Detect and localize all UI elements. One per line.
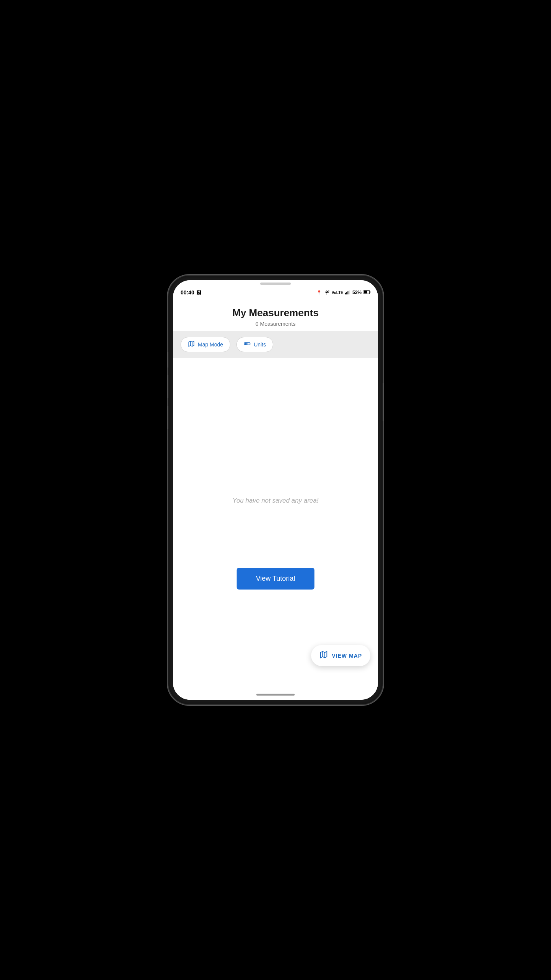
- notch-pill: [260, 283, 291, 285]
- empty-state-message: You have not saved any area!: [233, 497, 319, 505]
- image-icon: 🖼: [196, 290, 201, 296]
- svg-rect-2: [346, 292, 347, 294]
- map-mode-label: Map Mode: [198, 341, 223, 348]
- status-bar: 00:40 🖼 📍 VoLTE: [173, 286, 378, 299]
- power-button[interactable]: [383, 383, 384, 421]
- units-label: Units: [254, 341, 266, 348]
- measurements-count: 0 Measurements: [181, 321, 370, 327]
- units-button[interactable]: Units: [236, 337, 273, 352]
- view-tutorial-button[interactable]: View Tutorial: [237, 568, 315, 590]
- units-icon: [244, 340, 251, 349]
- map-mode-button[interactable]: Map Mode: [181, 337, 230, 352]
- wifi-icon: [324, 290, 330, 296]
- map-mode-icon: [188, 340, 195, 349]
- phone-notch: [173, 280, 378, 286]
- time-display: 00:40: [181, 289, 194, 296]
- battery-icon: [364, 290, 370, 295]
- home-pill: [256, 694, 295, 696]
- svg-rect-6: [364, 291, 367, 294]
- lte-icon: VoLTE: [332, 291, 343, 295]
- view-map-fab[interactable]: VIEW MAP: [311, 645, 370, 666]
- svg-rect-10: [245, 343, 250, 345]
- phone-screen: 00:40 🖼 📍 VoLTE: [173, 280, 378, 700]
- svg-rect-1: [345, 292, 346, 294]
- app-header: My Measurements 0 Measurements: [173, 299, 378, 331]
- view-map-icon: [320, 650, 328, 661]
- main-area: You have not saved any area! View Tutori…: [173, 358, 378, 689]
- signal-icon: [345, 290, 350, 296]
- screen-content: My Measurements 0 Measurements Map Mode: [173, 299, 378, 700]
- svg-rect-7: [370, 291, 371, 293]
- status-icons-area: 📍 VoLTE: [316, 290, 370, 296]
- svg-rect-3: [347, 291, 348, 294]
- battery-display: 52%: [352, 290, 362, 295]
- silent-button[interactable]: [167, 406, 168, 429]
- home-indicator: [173, 689, 378, 700]
- status-time-area: 00:40 🖼: [181, 289, 201, 296]
- phone-frame: 00:40 🖼 📍 VoLTE: [168, 276, 383, 704]
- volume-down-button[interactable]: [167, 375, 168, 398]
- view-map-label: VIEW MAP: [332, 653, 362, 659]
- svg-rect-4: [349, 290, 349, 294]
- location-icon: 📍: [316, 290, 322, 295]
- page-title: My Measurements: [181, 307, 370, 319]
- svg-point-0: [328, 290, 329, 291]
- toolbar: Map Mode Units: [173, 331, 378, 358]
- volume-up-button[interactable]: [167, 352, 168, 368]
